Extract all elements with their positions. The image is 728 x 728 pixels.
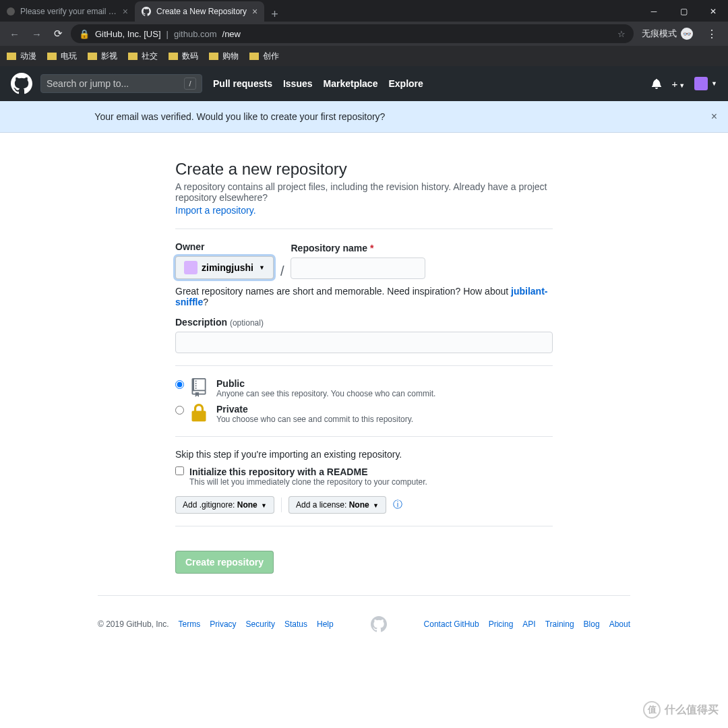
public-desc: Anyone can see this repository. You choo…	[216, 389, 435, 398]
tab-favicon	[7, 7, 15, 16]
import-repo-link[interactable]: Import a repository.	[175, 205, 256, 216]
readme-checkbox[interactable]	[175, 466, 184, 475]
owner-select[interactable]: zimingjushi ▼	[175, 256, 274, 279]
repo-icon	[191, 378, 210, 397]
lock-icon: 🔒	[79, 29, 90, 39]
footer-terms[interactable]: Terms	[179, 619, 201, 629]
private-title: Private	[216, 404, 413, 415]
github-mark-icon[interactable]	[334, 616, 424, 632]
create-new-icon[interactable]: +▼	[671, 78, 685, 90]
window-maximize[interactable]: ▢	[669, 1, 698, 22]
readme-desc: This will let you immediately clone the …	[189, 477, 427, 487]
close-icon[interactable]: ×	[711, 111, 717, 123]
tab-title: Create a New Repository	[156, 7, 247, 16]
search-key-hint: /	[184, 78, 196, 90]
flash-message: Your email was verified. Would you like …	[94, 111, 627, 122]
page-subtext: A repository contains all project files,…	[175, 181, 553, 203]
folder-icon	[88, 53, 97, 60]
footer-training[interactable]: Training	[545, 619, 574, 629]
close-icon[interactable]: ×	[252, 6, 257, 17]
folder-icon	[7, 53, 16, 60]
browser-tab-2[interactable]: Create a New Repository ×	[135, 1, 264, 22]
notifications-icon[interactable]	[651, 78, 662, 89]
folder-icon	[209, 53, 218, 60]
github-logo-icon[interactable]	[11, 73, 32, 94]
bookmark-item[interactable]: 电玩	[47, 51, 77, 62]
new-tab-button[interactable]: +	[264, 7, 285, 22]
copyright: © 2019 GitHub, Inc.	[98, 619, 169, 629]
bookmark-item[interactable]: 数码	[169, 51, 198, 62]
browser-menu-icon[interactable]: ⋮	[701, 28, 723, 40]
user-menu[interactable]: ▼	[694, 77, 717, 90]
nav-explore[interactable]: Explore	[388, 78, 423, 89]
info-icon[interactable]: ⓘ	[393, 499, 402, 511]
close-icon[interactable]: ×	[123, 6, 128, 17]
incognito-icon: 👓	[681, 28, 693, 40]
repo-name-input[interactable]	[291, 257, 425, 279]
footer-help[interactable]: Help	[317, 619, 334, 629]
visibility-private-radio[interactable]	[175, 406, 184, 415]
bookmarks-bar: 动漫 电玩 影视 社交 数码 购物 创作	[0, 46, 728, 66]
bookmark-item[interactable]: 影视	[88, 51, 117, 62]
footer-pricing[interactable]: Pricing	[489, 619, 514, 629]
address-bar[interactable]: 🔒 GitHub, Inc. [US] | github.com/new ☆	[71, 24, 634, 43]
bookmark-item[interactable]: 创作	[249, 51, 279, 62]
repo-name-label: Repository name *	[291, 243, 425, 253]
owner-value: zimingjushi	[202, 262, 253, 273]
folder-icon	[47, 53, 57, 60]
path-separator: /	[280, 264, 284, 279]
public-title: Public	[216, 378, 435, 389]
folder-icon	[249, 53, 259, 60]
owner-label: Owner	[175, 241, 274, 252]
avatar	[694, 77, 708, 90]
folder-icon	[169, 53, 178, 60]
nav-marketplace[interactable]: Marketplace	[324, 78, 378, 89]
skip-text: Skip this step if you're importing an ex…	[175, 449, 553, 460]
forward-icon: →	[28, 26, 46, 42]
bookmark-item[interactable]: 动漫	[7, 51, 36, 62]
search-placeholder: Search or jump to...	[47, 78, 129, 89]
window-close[interactable]: ✕	[698, 1, 728, 22]
tab-title: Please verify your email addre	[20, 7, 117, 16]
window-minimize[interactable]: ─	[639, 1, 669, 22]
visibility-public-radio[interactable]	[175, 380, 184, 389]
gitignore-select[interactable]: Add .gitignore: None ▼	[175, 496, 274, 514]
footer-about[interactable]: About	[609, 619, 630, 629]
folder-icon	[128, 53, 138, 60]
tab-favicon	[142, 7, 151, 16]
footer-security[interactable]: Security	[246, 619, 275, 629]
footer-privacy[interactable]: Privacy	[210, 619, 236, 629]
star-icon[interactable]: ☆	[617, 29, 626, 39]
license-select[interactable]: Add a license: None ▼	[289, 496, 386, 514]
private-desc: You choose who can see and commit to thi…	[216, 415, 413, 424]
back-icon[interactable]: ←	[5, 26, 24, 42]
chevron-down-icon: ▼	[259, 264, 265, 271]
page-title: Create a new repository	[175, 160, 553, 179]
lock-icon	[191, 404, 210, 423]
url-host: github.com	[174, 29, 217, 39]
create-repository-button[interactable]: Create repository	[175, 551, 274, 574]
bookmark-item[interactable]: 社交	[128, 51, 158, 62]
footer-api[interactable]: API	[522, 619, 535, 629]
search-input[interactable]: Search or jump to... /	[40, 74, 202, 93]
readme-label: Initialize this repository with a README	[189, 466, 427, 477]
description-label: Description (optional)	[175, 317, 553, 328]
browser-tab-1[interactable]: Please verify your email addre ×	[0, 1, 135, 22]
bookmark-item[interactable]: 购物	[209, 51, 239, 62]
footer-status[interactable]: Status	[284, 619, 307, 629]
footer-blog[interactable]: Blog	[584, 619, 600, 629]
incognito-badge: 无痕模式 👓	[638, 28, 697, 40]
description-input[interactable]	[175, 332, 553, 353]
reload-icon[interactable]: ⟳	[50, 25, 67, 42]
footer-contact[interactable]: Contact GitHub	[424, 619, 479, 629]
url-path: /new	[222, 29, 241, 39]
avatar	[184, 261, 198, 274]
nav-pull-requests[interactable]: Pull requests	[213, 78, 272, 89]
security-label: GitHub, Inc. [US]	[95, 29, 161, 39]
nav-issues[interactable]: Issues	[283, 78, 313, 89]
name-tip: Great repository names are short and mem…	[175, 286, 553, 307]
